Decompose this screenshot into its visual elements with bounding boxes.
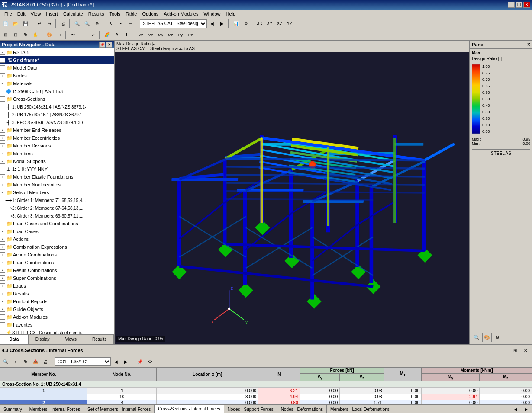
zoom-out-btn[interactable]: 🔍 [82,19,92,29]
panel-close-btn[interactable]: × [527,42,530,48]
tree-item-comb-expr[interactable]: + 📁 Combination Expressions [0,243,114,251]
deformation-btn[interactable]: 〜 [68,30,78,40]
panel-settings1-btn[interactable]: 🎨 [482,333,492,342]
menu-help[interactable]: Help [223,10,239,17]
tree-item-rstab[interactable]: − 📁 RSTAB [0,48,114,56]
bottom-float-btn[interactable]: ⊞ [510,346,520,355]
new-btn[interactable]: 📄 [1,19,10,29]
tree-item-steel-ec3[interactable]: ⚡ STEEL EC3 - Design of steel memb... [0,329,114,334]
tree-item-model-data[interactable]: − 📁 Model Data [0,64,114,72]
bt-prev-btn[interactable]: ◀ [111,357,121,366]
tree-item-mat1[interactable]: 🔷 1: Steel C350 | AS 1163 [0,87,114,95]
table-row[interactable]: 2 4 0.000 -9.80 0.00 -1.71 0.00 0.00 0.0… [0,400,532,405]
tree-item-loads[interactable]: + 📁 Loads [0,282,114,290]
bt-sort-btn[interactable]: ↕ [11,357,20,366]
select-btn[interactable]: ↖ [106,19,116,29]
case-select-bottom[interactable]: CO1 - 1.35*LC1 [55,357,111,366]
pz-btn[interactable]: Pz [186,30,195,40]
wireframe-btn[interactable]: □ [55,30,64,40]
case-combo[interactable]: STEEL AS CA1 - Steel desig [140,19,207,28]
menu-insert[interactable]: Insert [43,10,61,17]
tab-nodes-support[interactable]: Nodes - Support Forces [224,405,277,413]
tree-item-result-comb[interactable]: + 📁 Result Combinations [0,266,114,274]
table-row[interactable]: 10 3.000 -4.94 0.00 -0.98 0.00 -2.94 0.0… [0,394,532,400]
tab-members-local[interactable]: Members - Local Deformations [327,405,393,413]
panel-settings2-btn[interactable]: ⚙ [493,333,502,342]
tree-item-super-comb[interactable]: + 📁 Super Combinations [0,274,114,282]
settings-btn[interactable]: ⚙ [241,19,251,29]
label-btn[interactable]: A [112,30,122,40]
tree-item-actions[interactable]: + 📁 Actions [0,235,114,243]
node-btn[interactable]: • [116,19,126,29]
view-3d-btn[interactable]: 3D [255,19,264,29]
tab-sets-internal[interactable]: Set of Members - Internal Forces [84,405,155,413]
nav-tab-results[interactable]: Results [85,335,114,344]
bottom-close-btn[interactable]: ✕ [521,346,530,355]
print-btn[interactable]: 🖨 [58,19,68,29]
tree-item-elastic-found[interactable]: + 📁 Member Elastic Foundations [0,173,114,181]
menu-edit[interactable]: Edit [15,10,28,17]
tree-item-ns1[interactable]: ⊥ 1: 1-9; YYY NNY [0,165,114,173]
tree-item-eccentricities[interactable]: + 📁 Member Eccentricities [0,134,114,142]
menu-table[interactable]: Table [123,10,139,17]
panel-zoom-btn[interactable]: 🔍 [472,333,481,342]
tree-item-load-comb[interactable]: + 📁 Load Combinations [0,259,114,266]
menu-calculate[interactable]: Calculate [61,10,86,17]
tree-item-cs2[interactable]: ┤ 2: UB 175x90x16.1 | AS/NZS 3679.1- [0,111,114,118]
bt-next-btn[interactable]: ▶ [121,357,131,366]
tree-item-sets[interactable]: − 📁 Sets of Members [0,189,114,196]
force-btn[interactable]: → [78,30,88,40]
mz-btn[interactable]: Mz [166,30,175,40]
nav-pin-btn[interactable]: 📌 [99,42,105,48]
steel-as-button[interactable]: STEEL AS [472,149,530,157]
nav-close-btn[interactable]: ✕ [106,42,112,48]
viewport-canvas[interactable]: x y z Max Design Ratio: 0.95 [115,52,469,344]
tree-item-nodes[interactable]: + 📁 Nodes [0,72,114,80]
tree-item-materials[interactable]: − 📁 Materials [0,80,114,87]
table-row[interactable]: 1 1 0.000 -6.21 0.00 -0.98 0.00 0.00 0.0… [0,388,532,394]
tab-cross-sections-internal[interactable]: Cross-Sections - Internal Forces [155,405,224,413]
menu-results[interactable]: Results [86,10,107,17]
color-btn[interactable]: 🌈 [102,30,112,40]
tab-members-internal[interactable]: Members - Internal Forces [26,405,84,413]
bt-export-btn[interactable]: 📤 [31,357,40,366]
info-btn[interactable]: ℹ [122,30,132,40]
save-btn[interactable]: 💾 [21,19,30,29]
prev-case-btn[interactable]: ◀ [207,19,217,29]
undo-btn[interactable]: ↩ [35,19,44,29]
view-xy-btn[interactable]: XY [265,19,274,29]
tab-nodes-deformations[interactable]: Nodes - Deformations [277,405,327,413]
zoom-all-btn[interactable]: ⊕ [92,19,102,29]
tree-item-addon-modules[interactable]: − 📁 Add-on Modules [0,313,114,321]
tree-item-end-releases[interactable]: + 📁 Member End Releases [0,126,114,134]
result-type-btn[interactable]: 📊 [231,19,241,29]
tree-item-members[interactable]: + 📁 Members [0,150,114,157]
bt-print-btn[interactable]: 🖨 [41,357,50,366]
bt-filter-btn[interactable]: 🔍 [1,357,10,366]
render-btn[interactable]: 🎨 [45,30,54,40]
pan-btn[interactable]: ✋ [31,30,40,40]
tree-item-grid-frame[interactable]: − 🏗 Grid frame* [0,56,114,64]
open-btn[interactable]: 📂 [11,19,20,29]
bt-settings-btn[interactable]: ⚙ [145,357,155,366]
snap-btn[interactable]: ⊞ [1,30,10,40]
tree-item-printout[interactable]: + 📁 Printout Reports [0,298,114,305]
member-btn[interactable]: ─ [126,19,135,29]
tree-item-action-comb[interactable]: + 📁 Action Combinations [0,251,114,259]
tab-summary[interactable]: Summary [0,405,26,413]
tree-item-nodal-supports[interactable]: − 📁 Nodal Supports [0,157,114,165]
tree-item-set1[interactable]: ⟶ 1: Girder 1: Members: 71-68,59,15,4... [0,196,114,204]
menu-file[interactable]: File [2,10,15,17]
py-btn[interactable]: Py [176,30,185,40]
tree-item-favorites[interactable]: − 📁 Favorites [0,321,114,329]
moment-btn[interactable]: ↗ [88,30,98,40]
my-btn[interactable]: My [156,30,165,40]
tab-scroll-right[interactable]: ▶ [521,405,532,413]
nav-tab-display[interactable]: Display [29,335,57,344]
tree-item-divisions[interactable]: + 📁 Member Divisions [0,142,114,150]
nav-tab-views[interactable]: Views [57,335,86,344]
tree-item-cs3[interactable]: ┤ 3: PFC 75x40x6 | AS/NZS 3679.1-30 [0,118,114,126]
rotate-btn[interactable]: ↻ [21,30,30,40]
bt-refresh-btn[interactable]: ↻ [21,357,30,366]
bt-pin-btn[interactable]: 📌 [135,357,145,366]
